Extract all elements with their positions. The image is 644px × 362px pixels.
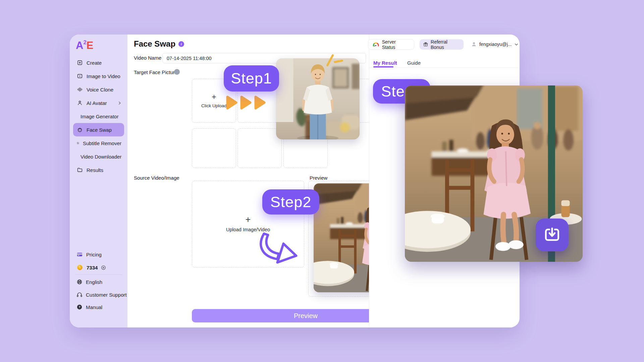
sidebar-item-label: Create xyxy=(87,60,102,66)
sidebar-item-language[interactable]: English xyxy=(76,278,102,286)
sidebar-nav: Create Image to Video Voice Clone AI Ava… xyxy=(73,56,124,177)
credit-card-icon xyxy=(76,251,83,258)
folder-icon xyxy=(77,167,83,173)
question-icon: ? xyxy=(76,304,83,310)
sidebar-item-label: Voice Clone xyxy=(87,87,113,93)
download-icon xyxy=(543,226,561,244)
target-face-label: Target Face Picture xyxy=(134,69,177,75)
sidebar-item-ai-avatar[interactable]: AI Avatar xyxy=(73,96,124,110)
coin-icon xyxy=(76,264,83,271)
step2-badge: Step2 xyxy=(262,189,319,215)
app-logo[interactable]: A2E xyxy=(76,39,94,52)
sidebar-item-results[interactable]: Results xyxy=(73,163,124,177)
download-button[interactable] xyxy=(536,219,569,251)
face-swap-icon xyxy=(77,127,83,133)
sidebar-item-voice-clone[interactable]: Voice Clone xyxy=(73,83,124,96)
sidebar-item-label: Image Generator xyxy=(80,114,118,119)
page-title: Face Swap xyxy=(134,39,175,49)
tab-guide[interactable]: Guide xyxy=(407,60,421,66)
sidebar-item-manual[interactable]: ? Manual xyxy=(76,303,102,311)
globe-icon xyxy=(76,279,83,285)
headset-icon xyxy=(76,292,83,298)
credits-row: 7334 xyxy=(76,263,106,272)
sidebar-item-label: Face Swap xyxy=(87,127,112,133)
preview-section-label: Preview xyxy=(310,175,327,181)
server-status-label: Server Status xyxy=(382,39,410,50)
server-status-pill[interactable]: Server Status xyxy=(368,39,414,50)
tab-my-result[interactable]: My Result xyxy=(373,60,397,66)
sidebar-item-label: Video Downloader xyxy=(80,154,121,160)
source-label: Source Video/Image xyxy=(134,175,179,181)
target-face-label-row: Target Face Picture xyxy=(134,69,177,75)
video-name-label: Video Name xyxy=(134,55,161,61)
referral-bonus-label: Referral Bonus xyxy=(431,39,460,50)
active-tab-underline xyxy=(373,66,393,67)
spark-icon xyxy=(325,52,344,68)
user-avatar-icon xyxy=(471,41,477,47)
sidebar-item-label: AI Avatar xyxy=(87,100,107,106)
sidebar-item-image-to-video[interactable]: Image to Video xyxy=(73,69,124,83)
step1-badge: Step1 xyxy=(224,65,279,92)
sidebar-item-face-swap[interactable]: Face Swap xyxy=(73,123,124,136)
info-icon[interactable] xyxy=(174,69,180,75)
sidebar-divider xyxy=(75,275,122,275)
sidebar-item-label: Subtitle Remover xyxy=(83,140,121,146)
tab-divider xyxy=(369,67,519,68)
face-upload-slot[interactable] xyxy=(237,128,282,168)
gauge-icon xyxy=(372,41,380,48)
person-icon xyxy=(77,100,83,106)
subtitle-remover-icon xyxy=(77,140,79,146)
face-swap-app: A2E Create Image to Video Voice Clone AI… xyxy=(0,0,644,362)
plus-icon: + xyxy=(212,94,216,100)
plus-icon: + xyxy=(246,216,251,223)
sidebar-item-pricing[interactable]: Pricing xyxy=(76,250,102,258)
image-to-video-icon xyxy=(77,73,83,79)
credits-count: 7334 xyxy=(87,265,98,270)
click-upload-label: Click Upload xyxy=(201,103,227,108)
user-email: fengxiaoyu@j... xyxy=(479,42,512,47)
sidebar: A2E Create Image to Video Voice Clone AI… xyxy=(70,35,127,327)
plus-square-icon xyxy=(77,60,83,66)
page-title-row: Face Swap i xyxy=(134,39,184,49)
gift-icon xyxy=(423,42,428,47)
chevron-down-icon xyxy=(514,42,519,47)
sidebar-item-image-generator[interactable]: Image Generator xyxy=(73,110,124,123)
arrow-triangles-icon xyxy=(225,95,268,110)
curved-arrow-icon xyxy=(257,232,314,265)
sidebar-item-create[interactable]: Create xyxy=(73,56,124,69)
sidebar-item-label: Image to Video xyxy=(87,73,120,79)
sidebar-item-subtitle-remover[interactable]: Subtitle Remover xyxy=(73,136,124,150)
user-menu[interactable]: fengxiaoyu@j... xyxy=(471,40,519,49)
waveform-icon xyxy=(77,86,83,93)
sidebar-item-video-downloader[interactable]: Video Downloader xyxy=(73,150,124,163)
chevron-right-icon xyxy=(118,101,121,105)
main-panel: Face Swap i Video Name Target Face Pictu… xyxy=(127,35,369,327)
add-credits-icon[interactable] xyxy=(101,265,106,270)
sidebar-item-customer-support[interactable]: Customer Support xyxy=(76,291,127,299)
target-face-photo xyxy=(276,58,360,139)
face-upload-slot[interactable] xyxy=(192,128,236,168)
sidebar-item-label: Results xyxy=(87,167,103,173)
referral-bonus-pill[interactable]: Referral Bonus xyxy=(420,39,464,50)
info-icon[interactable]: i xyxy=(178,41,184,47)
svg-text:?: ? xyxy=(78,305,80,309)
